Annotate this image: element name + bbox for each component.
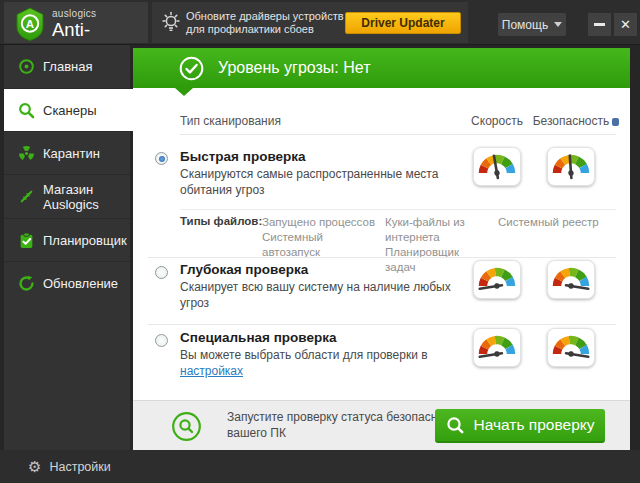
sidebar-item-update[interactable]: Обновление — [4, 261, 130, 304]
scan-description-text: Вы можете выбрать области для проверки в — [180, 348, 428, 362]
settings-label: Настройки — [49, 460, 110, 474]
scan-title: Быстрая проверка — [180, 149, 306, 164]
start-scan-label: Начать проверку — [474, 416, 595, 434]
sidebar-item-scanners[interactable]: Сканеры — [4, 88, 133, 131]
scan-title: Специальная проверка — [180, 330, 336, 345]
status-bar: ⚙ Настройки — [0, 450, 640, 483]
scan-title: Глубокая проверка — [180, 262, 308, 277]
magnifier-icon — [16, 102, 36, 119]
sidebar-item-label: Планировщик — [43, 233, 127, 248]
custom-scan-radio[interactable] — [155, 334, 168, 347]
settings-link[interactable]: настройках — [180, 364, 243, 378]
help-button[interactable]: Помощь — [498, 13, 566, 36]
scan-description: Сканируются самые распространенные места… — [180, 167, 448, 198]
threat-level-text: Уровень угрозы: Нет — [218, 59, 371, 77]
column-header-scan-type: Тип сканирования — [180, 114, 281, 128]
check-circle-icon — [179, 56, 204, 81]
sidebar-item-scheduler[interactable]: Планировщик — [4, 218, 130, 261]
column-header-safety: Безопасность — [529, 114, 613, 128]
safety-gauge — [547, 328, 595, 368]
file-types-column: Системный реестр — [498, 215, 616, 230]
driver-notification-panel: Обновите драйверы устройств для профилак… — [152, 2, 468, 43]
brand-panel: A auslogics Anti-Malware — [4, 2, 148, 43]
speed-gauge — [473, 328, 521, 368]
column-info-icon — [612, 118, 619, 126]
chevron-down-icon — [554, 22, 562, 27]
app-window: A auslogics Anti-Malware Обновите драйве… — [0, 0, 640, 483]
refresh-icon — [16, 275, 36, 292]
sidebar-item-home[interactable]: Главная — [4, 45, 130, 88]
svg-text:A: A — [26, 18, 34, 30]
magnifier-icon — [446, 416, 465, 435]
radiation-icon — [16, 145, 36, 162]
banner-pointer — [175, 88, 193, 96]
sidebar-item-label: Магазин Auslogics — [43, 182, 113, 212]
main-panel: Уровень угрозы: Нет Тип сканирования Ско… — [133, 48, 630, 450]
driver-updater-button[interactable]: Driver Updater — [345, 12, 461, 34]
divider — [180, 134, 616, 135]
exchange-arrows-icon — [16, 188, 36, 205]
deep-scan-radio[interactable] — [155, 266, 168, 279]
gear-icon: ⚙ — [28, 459, 41, 474]
lightbulb-icon — [159, 11, 183, 35]
speed-gauge — [473, 147, 521, 187]
title-bar: A auslogics Anti-Malware Обновите драйве… — [0, 0, 640, 45]
close-icon: ✕ — [620, 17, 631, 32]
help-button-label: Помощь — [502, 18, 548, 32]
scan-status-icon — [171, 411, 202, 442]
sidebar: Главная Сканеры Магазин Auslogics К — [4, 45, 130, 450]
settings-button[interactable]: ⚙ Настройки — [28, 459, 111, 474]
auslogics-shield-logo-icon: A — [14, 7, 46, 41]
driver-notification-text: Обновите драйверы устройств для профилак… — [186, 10, 344, 36]
scan-status-message: Запустите проверку статуса безопасности … — [227, 410, 462, 441]
divider — [180, 209, 616, 210]
brand-name-small: auslogics — [52, 8, 96, 19]
sidebar-item-quarantine[interactable]: Магазин Auslogics Карантин — [4, 131, 130, 174]
minimize-button[interactable] — [588, 13, 611, 36]
close-button[interactable]: ✕ — [614, 13, 637, 36]
sidebar-item-label: Обновление — [43, 276, 118, 291]
threat-level-banner: Уровень угрозы: Нет — [133, 48, 630, 88]
divider — [148, 257, 616, 258]
safety-gauge — [547, 260, 595, 300]
start-scan-button[interactable]: Начать проверку — [435, 409, 605, 443]
target-icon — [16, 58, 36, 75]
safety-gauge — [547, 147, 595, 187]
file-types-column: Запущено процессов Системный автозапуск — [262, 215, 380, 260]
file-types-label: Типы файлов: — [180, 215, 262, 227]
divider — [148, 324, 616, 325]
sidebar-item-label: Главная — [43, 59, 92, 74]
minimize-icon — [594, 23, 605, 26]
quick-scan-radio[interactable] — [155, 152, 168, 165]
scan-description: Вы можете выбрать области для проверки в… — [180, 348, 440, 379]
column-header-speed: Скорость — [457, 114, 537, 128]
speed-gauge — [473, 260, 521, 300]
clipboard-check-icon — [16, 232, 36, 249]
scan-description: Сканирует всю вашу систему на наличие лю… — [180, 280, 452, 311]
sidebar-item-store[interactable]: Магазин Auslogics — [4, 174, 130, 218]
sidebar-item-label: Карантин — [43, 146, 100, 161]
sidebar-item-label: Сканеры — [43, 103, 97, 118]
action-bar: Запустите проверку статуса безопасности … — [133, 400, 630, 450]
